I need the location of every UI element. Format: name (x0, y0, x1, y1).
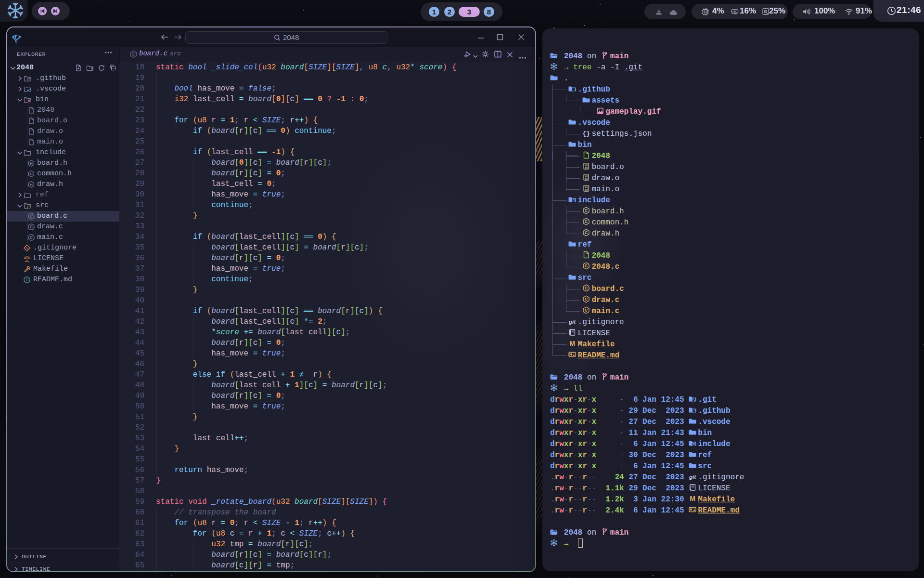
svg-text:{}: {} (582, 130, 590, 137)
svg-text:C: C (585, 219, 588, 224)
svg-text:git: git (568, 319, 576, 325)
svg-text:C: C (30, 235, 33, 240)
svg-text:git: git (689, 474, 696, 480)
svg-text:C: C (30, 224, 33, 229)
svg-text:H: H (30, 161, 33, 166)
svg-text:(): () (27, 205, 31, 209)
svg-text:H: H (30, 183, 33, 187)
svg-text:M: M (690, 495, 695, 502)
svg-text:C: C (585, 263, 588, 268)
svg-text:10: 10 (585, 167, 588, 170)
svg-text:H: H (30, 172, 33, 176)
svg-text:C: C (585, 208, 588, 213)
svg-text:C: C (132, 52, 135, 57)
svg-text:C: C (30, 214, 33, 219)
svg-text:C: C (585, 230, 588, 235)
svg-text:C: C (585, 297, 588, 302)
svg-text:10: 10 (585, 178, 588, 181)
svg-text:C: C (585, 286, 588, 290)
svg-text:10: 10 (585, 189, 588, 192)
svg-text:M: M (570, 340, 576, 347)
svg-text:C: C (585, 308, 588, 313)
